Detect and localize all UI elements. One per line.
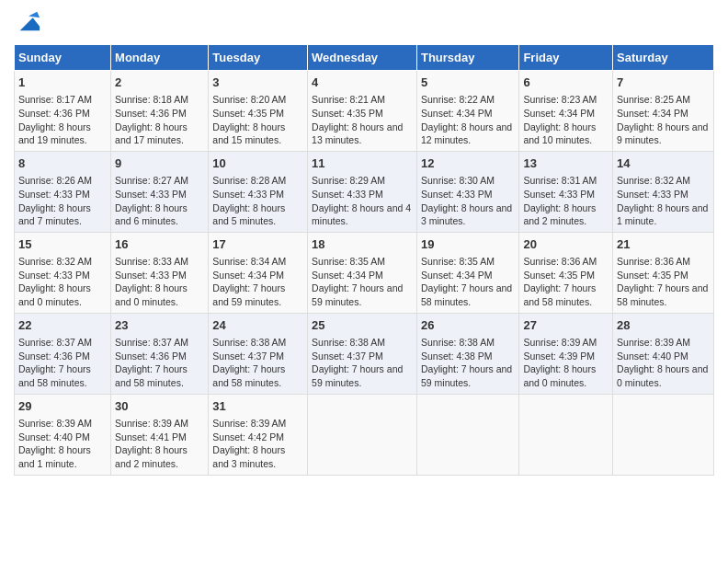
day-info: Sunrise: 8:39 AMSunset: 4:40 PMDaylight:… xyxy=(617,336,710,390)
day-number: 19 xyxy=(421,236,515,253)
day-info: Sunrise: 8:39 AMSunset: 4:39 PMDaylight:… xyxy=(523,336,609,390)
day-number: 3 xyxy=(212,75,303,91)
day-info: Sunrise: 8:39 AMSunset: 4:41 PMDaylight:… xyxy=(115,417,204,471)
day-number: 18 xyxy=(312,236,413,253)
day-number: 9 xyxy=(115,155,204,172)
day-number: 25 xyxy=(312,317,413,334)
day-number: 27 xyxy=(523,317,609,334)
calendar-cell: 23Sunrise: 8:37 AMSunset: 4:36 PMDayligh… xyxy=(111,313,209,394)
day-info: Sunrise: 8:23 AMSunset: 4:34 PMDaylight:… xyxy=(523,93,609,147)
calendar-week-row: 1Sunrise: 8:17 AMSunset: 4:36 PMDaylight… xyxy=(15,71,714,152)
day-number: 26 xyxy=(421,317,515,334)
day-info: Sunrise: 8:27 AMSunset: 4:33 PMDaylight:… xyxy=(115,174,204,228)
calendar-week-row: 29Sunrise: 8:39 AMSunset: 4:40 PMDayligh… xyxy=(15,394,714,475)
day-number: 6 xyxy=(523,75,609,91)
day-info: Sunrise: 8:30 AMSunset: 4:33 PMDaylight:… xyxy=(421,174,515,228)
col-header-sunday: Sunday xyxy=(15,45,111,71)
calendar-cell: 13Sunrise: 8:31 AMSunset: 4:33 PMDayligh… xyxy=(519,151,613,232)
calendar-cell: 12Sunrise: 8:30 AMSunset: 4:33 PMDayligh… xyxy=(416,151,518,232)
calendar-cell: 22Sunrise: 8:37 AMSunset: 4:36 PMDayligh… xyxy=(15,313,111,394)
day-info: Sunrise: 8:35 AMSunset: 4:34 PMDaylight:… xyxy=(312,255,413,309)
calendar-cell: 27Sunrise: 8:39 AMSunset: 4:39 PMDayligh… xyxy=(519,313,613,394)
day-info: Sunrise: 8:18 AMSunset: 4:36 PMDaylight:… xyxy=(115,93,204,147)
calendar-cell: 3Sunrise: 8:20 AMSunset: 4:35 PMDaylight… xyxy=(209,71,308,152)
calendar-cell: 10Sunrise: 8:28 AMSunset: 4:33 PMDayligh… xyxy=(209,151,308,232)
day-number: 29 xyxy=(18,398,107,415)
day-info: Sunrise: 8:33 AMSunset: 4:33 PMDaylight:… xyxy=(115,255,204,309)
day-number: 12 xyxy=(421,155,515,172)
day-info: Sunrise: 8:22 AMSunset: 4:34 PMDaylight:… xyxy=(421,93,515,147)
day-info: Sunrise: 8:36 AMSunset: 4:35 PMDaylight:… xyxy=(617,255,710,309)
day-number: 15 xyxy=(18,236,107,253)
svg-marker-0 xyxy=(20,17,40,30)
day-info: Sunrise: 8:39 AMSunset: 4:42 PMDaylight:… xyxy=(212,417,303,471)
calendar-cell: 4Sunrise: 8:21 AMSunset: 4:35 PMDaylight… xyxy=(308,71,417,152)
day-info: Sunrise: 8:38 AMSunset: 4:37 PMDaylight:… xyxy=(212,336,303,390)
day-info: Sunrise: 8:21 AMSunset: 4:35 PMDaylight:… xyxy=(312,93,413,147)
day-number: 30 xyxy=(115,398,204,415)
calendar-week-row: 8Sunrise: 8:26 AMSunset: 4:33 PMDaylight… xyxy=(15,151,714,232)
day-info: Sunrise: 8:38 AMSunset: 4:37 PMDaylight:… xyxy=(312,336,413,390)
calendar-cell: 28Sunrise: 8:39 AMSunset: 4:40 PMDayligh… xyxy=(613,313,714,394)
day-info: Sunrise: 8:37 AMSunset: 4:36 PMDaylight:… xyxy=(18,336,107,390)
calendar-cell: 16Sunrise: 8:33 AMSunset: 4:33 PMDayligh… xyxy=(111,232,209,313)
day-info: Sunrise: 8:31 AMSunset: 4:33 PMDaylight:… xyxy=(523,174,609,228)
day-info: Sunrise: 8:28 AMSunset: 4:33 PMDaylight:… xyxy=(212,174,303,228)
day-info: Sunrise: 8:38 AMSunset: 4:38 PMDaylight:… xyxy=(421,336,515,390)
day-info: Sunrise: 8:35 AMSunset: 4:34 PMDaylight:… xyxy=(421,255,515,309)
col-header-monday: Monday xyxy=(111,45,209,71)
calendar-table: SundayMondayTuesdayWednesdayThursdayFrid… xyxy=(14,44,714,476)
calendar-cell: 19Sunrise: 8:35 AMSunset: 4:34 PMDayligh… xyxy=(416,232,518,313)
day-number: 22 xyxy=(18,317,107,334)
day-number: 5 xyxy=(421,75,515,91)
calendar-week-row: 15Sunrise: 8:32 AMSunset: 4:33 PMDayligh… xyxy=(15,232,714,313)
col-header-thursday: Thursday xyxy=(416,45,518,71)
calendar-cell: 30Sunrise: 8:39 AMSunset: 4:41 PMDayligh… xyxy=(111,394,209,475)
day-info: Sunrise: 8:25 AMSunset: 4:34 PMDaylight:… xyxy=(617,93,710,147)
day-info: Sunrise: 8:32 AMSunset: 4:33 PMDaylight:… xyxy=(18,255,107,309)
svg-marker-1 xyxy=(28,12,40,18)
day-number: 4 xyxy=(312,75,413,91)
day-info: Sunrise: 8:36 AMSunset: 4:35 PMDaylight:… xyxy=(523,255,609,309)
calendar-cell: 18Sunrise: 8:35 AMSunset: 4:34 PMDayligh… xyxy=(308,232,417,313)
calendar-cell: 2Sunrise: 8:18 AMSunset: 4:36 PMDaylight… xyxy=(111,71,209,152)
day-number: 8 xyxy=(18,155,107,172)
day-number: 2 xyxy=(115,75,204,91)
calendar-week-row: 22Sunrise: 8:37 AMSunset: 4:36 PMDayligh… xyxy=(15,313,714,394)
col-header-saturday: Saturday xyxy=(613,45,714,71)
logo-icon xyxy=(16,9,41,35)
page-header xyxy=(14,9,714,35)
calendar-cell: 17Sunrise: 8:34 AMSunset: 4:34 PMDayligh… xyxy=(209,232,308,313)
day-number: 28 xyxy=(617,317,710,334)
day-number: 11 xyxy=(312,155,413,172)
calendar-cell: 29Sunrise: 8:39 AMSunset: 4:40 PMDayligh… xyxy=(15,394,111,475)
day-number: 20 xyxy=(523,236,609,253)
calendar-cell xyxy=(416,394,518,475)
calendar-cell: 20Sunrise: 8:36 AMSunset: 4:35 PMDayligh… xyxy=(519,232,613,313)
day-number: 7 xyxy=(617,75,710,91)
calendar-cell: 9Sunrise: 8:27 AMSunset: 4:33 PMDaylight… xyxy=(111,151,209,232)
col-header-wednesday: Wednesday xyxy=(308,45,417,71)
day-info: Sunrise: 8:20 AMSunset: 4:35 PMDaylight:… xyxy=(212,93,303,147)
day-info: Sunrise: 8:39 AMSunset: 4:40 PMDaylight:… xyxy=(18,417,107,471)
calendar-cell: 15Sunrise: 8:32 AMSunset: 4:33 PMDayligh… xyxy=(15,232,111,313)
calendar-cell xyxy=(519,394,613,475)
day-info: Sunrise: 8:32 AMSunset: 4:33 PMDaylight:… xyxy=(617,174,710,228)
calendar-cell: 7Sunrise: 8:25 AMSunset: 4:34 PMDaylight… xyxy=(613,71,714,152)
calendar-cell: 26Sunrise: 8:38 AMSunset: 4:38 PMDayligh… xyxy=(416,313,518,394)
day-number: 31 xyxy=(212,398,303,415)
calendar-cell: 5Sunrise: 8:22 AMSunset: 4:34 PMDaylight… xyxy=(416,71,518,152)
calendar-header-row: SundayMondayTuesdayWednesdayThursdayFrid… xyxy=(15,45,714,71)
calendar-cell xyxy=(308,394,417,475)
col-header-tuesday: Tuesday xyxy=(209,45,308,71)
day-number: 13 xyxy=(523,155,609,172)
calendar-cell: 31Sunrise: 8:39 AMSunset: 4:42 PMDayligh… xyxy=(209,394,308,475)
calendar-cell: 11Sunrise: 8:29 AMSunset: 4:33 PMDayligh… xyxy=(308,151,417,232)
day-number: 1 xyxy=(18,75,107,91)
day-number: 10 xyxy=(212,155,303,172)
day-number: 24 xyxy=(212,317,303,334)
day-number: 14 xyxy=(617,155,710,172)
logo xyxy=(14,9,41,35)
day-info: Sunrise: 8:37 AMSunset: 4:36 PMDaylight:… xyxy=(115,336,204,390)
day-info: Sunrise: 8:26 AMSunset: 4:33 PMDaylight:… xyxy=(18,174,107,228)
